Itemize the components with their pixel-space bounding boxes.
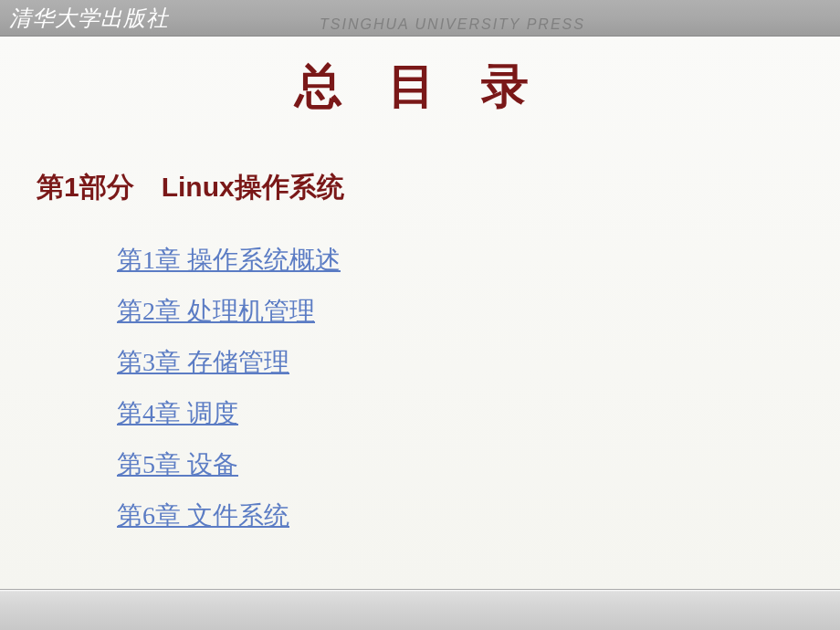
section-heading: 第1部分 Linux操作系统 [37,169,840,206]
header-bar: 清华大学出版社 TSINGHUA UNIVERSITY PRESS [0,0,840,37]
publisher-name-en: TSINGHUA UNIVERSITY PRESS [320,16,585,33]
chapter-list: 第1章 操作系统概述 第2章 处理机管理 第3章 存储管理 第4章 调度 第5章… [117,243,840,533]
publisher-name-cn: 清华大学出版社 [0,4,169,33]
chapter-link[interactable]: 第2章 处理机管理 [117,294,840,329]
chapter-link[interactable]: 第4章 调度 [117,396,840,431]
chapter-link[interactable]: 第6章 文件系统 [117,499,840,533]
chapter-link[interactable]: 第5章 设备 [117,447,840,482]
footer-bar [0,589,840,630]
content-area: 总 目 录 第1部分 Linux操作系统 第1章 操作系统概述 第2章 处理机管… [0,37,840,589]
chapter-link[interactable]: 第1章 操作系统概述 [117,243,840,278]
page-title: 总 目 录 [0,55,840,119]
chapter-link[interactable]: 第3章 存储管理 [117,345,840,380]
